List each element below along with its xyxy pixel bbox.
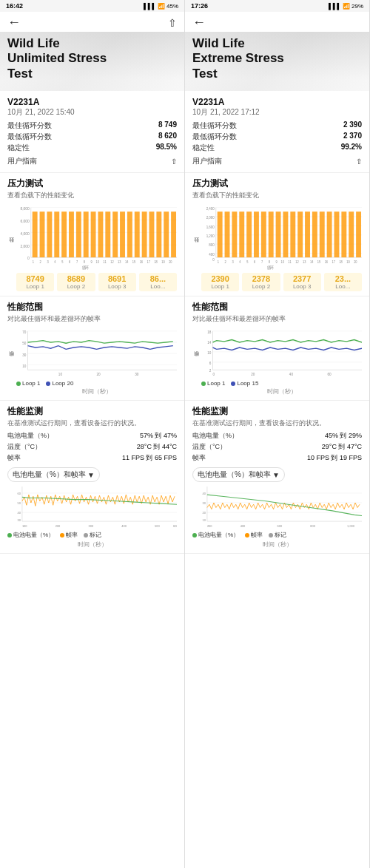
- perf-ylabel-right: 帧率: [192, 327, 200, 396]
- svg-text:0: 0: [213, 373, 215, 376]
- monitor-xlabel-left: 时间（秒）: [7, 540, 177, 549]
- monitor-subtitle-right: 在基准测试运行期间，查看设备运行的状况。: [192, 418, 362, 428]
- svg-text:8: 8: [84, 260, 86, 264]
- pressure-title-left: 压力测试: [7, 177, 177, 190]
- stat-value-low-right: 2 370: [343, 132, 362, 142]
- svg-text:30: 30: [203, 501, 206, 505]
- svg-text:循环: 循环: [82, 265, 89, 270]
- svg-text:14: 14: [207, 341, 211, 345]
- share-button-left[interactable]: ⇧: [168, 17, 177, 29]
- svg-text:4: 4: [54, 260, 56, 264]
- svg-text:20: 20: [97, 373, 101, 376]
- monitor-fps-left: 帧率 11 FPS 到 65 FPS: [7, 453, 177, 463]
- monitor-title-right: 性能监测: [192, 405, 362, 418]
- status-bar-left: 16:42 ▌▌▌ 📶 45%: [0, 0, 184, 12]
- legend-label-loop1-left: Loop 1: [22, 380, 40, 387]
- svg-text:7: 7: [76, 260, 78, 264]
- legend-dot-loop1-right: [201, 382, 206, 386]
- loop-score-2-right: 2378: [243, 274, 279, 283]
- pressure-section-right: 压力测试 查看负载下的性能变化 分数 2,400 2,000 1,600: [185, 173, 369, 296]
- back-button-left[interactable]: ←: [7, 15, 21, 30]
- svg-text:11: 11: [288, 260, 292, 264]
- svg-text:400: 400: [209, 253, 215, 257]
- svg-rect-110: [312, 211, 317, 257]
- back-button-right[interactable]: ←: [192, 15, 206, 30]
- svg-text:10: 10: [22, 365, 26, 368]
- legend-dot-loop2-left: [46, 382, 50, 386]
- svg-text:15: 15: [132, 260, 136, 264]
- svg-text:13: 13: [303, 260, 306, 264]
- legend-label-loop2-right: Loop 15: [237, 380, 258, 387]
- legend-battery-dot-left: [7, 533, 12, 538]
- monitor-battery-right: 电池电量（%） 45% 到 29%: [192, 431, 362, 441]
- device-name-right: V2231A: [192, 97, 362, 107]
- svg-text:3: 3: [232, 260, 234, 264]
- svg-text:13: 13: [118, 260, 121, 264]
- stat-value-best-left: 8 749: [158, 121, 177, 131]
- legend-label-loop1-right: Loop 1: [207, 380, 225, 387]
- monitor-fps-value-left: 11 FPS 到 65 FPS: [122, 453, 177, 463]
- right-panel: 17:26 ▌▌▌ 📶 29% ← Wild LifeExtreme Stres…: [185, 0, 370, 868]
- status-icons-right: ▌▌▌ 📶 29%: [329, 3, 363, 10]
- perf-title-right: 性能范围: [192, 301, 362, 313]
- svg-text:6,000: 6,000: [20, 219, 29, 223]
- signal-icon: ▌▌▌: [144, 3, 156, 10]
- time-left: 16:42: [6, 2, 23, 10]
- svg-text:14: 14: [125, 260, 129, 264]
- stat-value-low-left: 8 620: [158, 132, 177, 142]
- svg-text:14: 14: [310, 260, 314, 264]
- svg-text:2,400: 2,400: [206, 207, 215, 211]
- svg-text:70: 70: [22, 330, 26, 334]
- svg-rect-106: [283, 211, 288, 257]
- monitor-dropdown-right[interactable]: 电池电量（%）和帧率 ▼: [192, 467, 285, 482]
- status-icons-left: ▌▌▌ 📶 45%: [144, 3, 178, 10]
- svg-rect-19: [84, 211, 89, 257]
- pressure-chart-right: 2,400 2,000 1,600 1,200 800 400 0: [201, 203, 362, 270]
- stat-label-best-left: 最佳循环分数: [7, 121, 52, 131]
- svg-rect-115: [349, 211, 354, 257]
- svg-text:10: 10: [207, 351, 211, 355]
- svg-rect-18: [76, 211, 81, 257]
- svg-text:300: 300: [89, 524, 94, 528]
- y-label-left: 分数: [7, 203, 15, 291]
- svg-text:400: 400: [121, 524, 127, 528]
- loop-score-1-right: 2390: [202, 274, 238, 283]
- monitor-fps-value-right: 10 FPS 到 19 FPS: [307, 453, 362, 463]
- loop-score-4-left: 86...: [140, 274, 176, 283]
- svg-rect-102: [254, 211, 259, 257]
- svg-rect-29: [156, 211, 161, 257]
- share-icon-right[interactable]: ⇧: [356, 157, 362, 166]
- svg-rect-113: [334, 211, 340, 257]
- svg-text:1: 1: [218, 260, 220, 264]
- svg-text:1: 1: [33, 260, 35, 264]
- monitor-temp-label-left: 温度（°C）: [7, 442, 41, 452]
- top-header-left: ← ⇧: [0, 12, 184, 32]
- user-guide-label-left: 用户指南: [7, 156, 37, 166]
- loop-item-3-right: 2377 Loop 3: [283, 273, 321, 291]
- share-icon-left[interactable]: ⇧: [171, 157, 177, 166]
- battery-right: 29%: [352, 3, 363, 10]
- svg-text:100: 100: [22, 524, 27, 528]
- loop-item-4-right: 23... Loo...: [324, 273, 362, 291]
- monitor-battery-left: 电池电量（%） 57% 到 47%: [7, 431, 177, 441]
- pressure-subtitle-left: 查看负载下的性能变化: [7, 191, 177, 200]
- svg-text:30: 30: [22, 353, 26, 356]
- monitor-temp-value-right: 29°C 到 47°C: [322, 442, 362, 452]
- monitor-subtitle-left: 在基准测试运行期间，查看设备运行的状况。: [7, 418, 177, 428]
- stat-value-best-right: 2 390: [343, 121, 362, 131]
- monitor-dropdown-left[interactable]: 电池电量（%）和帧率 ▼: [7, 467, 100, 482]
- svg-text:10: 10: [58, 373, 62, 376]
- loop-score-4-right: 23...: [325, 274, 361, 283]
- left-panel: 16:42 ▌▌▌ 📶 45% ← ⇧ Wild LifeUnlimited S…: [0, 0, 185, 868]
- monitor-temp-right: 温度（°C） 29°C 到 47°C: [192, 442, 362, 452]
- info-section-right: V2231A 10月 21, 2022 17:12 最佳循环分数 2 390 最…: [185, 91, 369, 173]
- pressure-title-right: 压力测试: [192, 177, 362, 190]
- legend-fps-left: 帧率: [66, 531, 78, 539]
- svg-text:20: 20: [203, 511, 206, 515]
- user-guide-right: 用户指南 ⇧: [192, 156, 362, 166]
- svg-text:10: 10: [203, 518, 206, 522]
- perf-chart-container-right: 帧率 18 14 10 6 2: [192, 327, 362, 396]
- svg-text:2: 2: [225, 260, 227, 264]
- svg-text:200: 200: [56, 524, 61, 528]
- hero-right: Wild LifeExtreme StressTest: [185, 32, 369, 91]
